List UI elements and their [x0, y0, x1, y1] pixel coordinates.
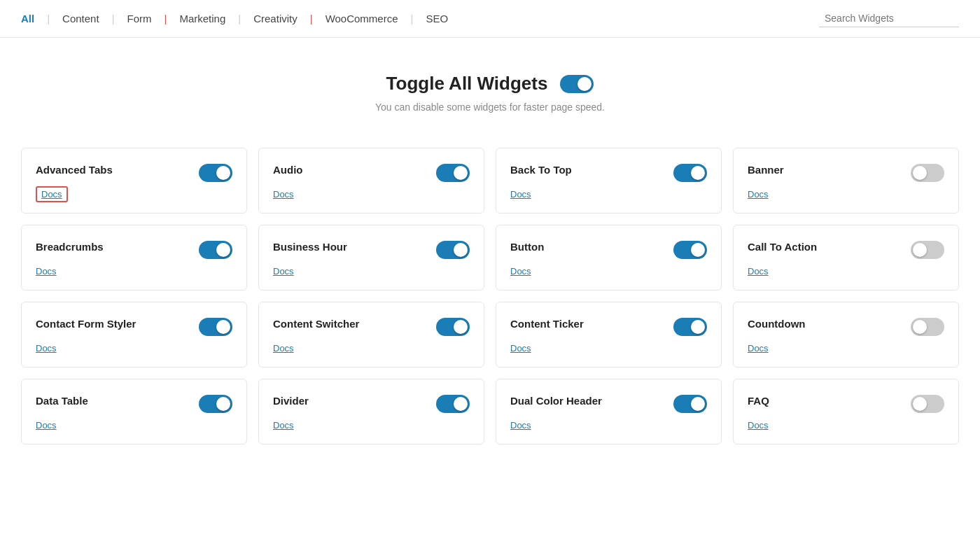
widget-card: Back To Top Docs	[496, 148, 722, 214]
widget-docs-link[interactable]: Docs	[36, 188, 232, 200]
widget-docs-link[interactable]: Docs	[510, 419, 707, 431]
header-title: Toggle All Widgets	[386, 73, 548, 94]
widget-toggle-5[interactable]	[436, 241, 470, 259]
widget-toggle-1[interactable]	[436, 164, 470, 182]
widget-docs-link[interactable]: Docs	[273, 342, 470, 354]
widget-name: FAQ	[748, 395, 769, 407]
widget-docs-link[interactable]: Docs	[510, 265, 707, 277]
widget-name: Advanced Tabs	[36, 164, 113, 176]
widget-toggle-15[interactable]	[911, 395, 944, 413]
widget-card-header: Advanced Tabs	[36, 164, 232, 182]
widget-card-header: Audio	[273, 164, 470, 182]
nav-item-seo[interactable]: SEO	[413, 13, 461, 24]
widget-card: Countdown Docs	[733, 302, 959, 368]
widget-toggle-10[interactable]	[673, 318, 707, 336]
widget-card-header: Divider	[273, 395, 470, 413]
nav-item-form[interactable]: Form	[115, 13, 164, 24]
widget-name: Dual Color Header	[510, 395, 602, 407]
widget-card: Data Table Docs	[21, 379, 247, 444]
widget-docs-link[interactable]: Docs	[748, 419, 944, 431]
widget-card-header: Business Hour	[273, 241, 470, 259]
widget-docs-link[interactable]: Docs	[748, 188, 944, 200]
widget-docs-link[interactable]: Docs	[36, 419, 232, 431]
header-subtitle: You can disable some widgets for faster …	[14, 102, 966, 113]
widget-card-header: FAQ	[748, 395, 944, 413]
widget-card-header: Data Table	[36, 395, 232, 413]
widget-docs-link[interactable]: Docs	[273, 188, 470, 200]
widget-card-header: Content Ticker	[510, 318, 707, 336]
widget-docs-link[interactable]: Docs	[510, 188, 707, 200]
widget-card: Button Docs	[496, 225, 722, 290]
widget-name: Button	[510, 241, 544, 253]
widget-grid: Advanced Tabs Docs Audio Docs Back To To…	[0, 141, 980, 465]
widget-name: Business Hour	[273, 241, 347, 253]
widget-docs-link[interactable]: Docs	[748, 265, 944, 277]
header-section: Toggle All Widgets You can disable some …	[0, 38, 980, 141]
widget-toggle-2[interactable]	[673, 164, 707, 182]
widget-card-header: Countdown	[748, 318, 944, 336]
widget-name: Content Switcher	[273, 318, 359, 330]
widget-card-header: Content Switcher	[273, 318, 470, 336]
nav-item-woocommerce[interactable]: WooCommerce	[313, 13, 411, 24]
widget-card: Banner Docs	[733, 148, 959, 214]
widget-toggle-11[interactable]	[911, 318, 944, 336]
widget-docs-link[interactable]: Docs	[510, 342, 707, 354]
widget-toggle-9[interactable]	[436, 318, 470, 336]
widget-card-header: Call To Action	[748, 241, 944, 259]
widget-card-header: Button	[510, 241, 707, 259]
widget-name: Contact Form Styler	[36, 318, 136, 330]
widget-docs-link[interactable]: Docs	[36, 342, 232, 354]
widget-card: Divider Docs	[258, 379, 484, 444]
toggle-all-widgets[interactable]	[560, 75, 594, 93]
top-nav: All | Content | Form | Marketing | Creat…	[0, 0, 980, 38]
widget-card: Audio Docs	[258, 148, 484, 214]
widget-card: Advanced Tabs Docs	[21, 148, 247, 214]
widget-toggle-3[interactable]	[911, 164, 944, 182]
widget-name: Call To Action	[748, 241, 817, 253]
widget-card-header: Dual Color Header	[510, 395, 707, 413]
widget-card: Contact Form Styler Docs	[21, 302, 247, 368]
widget-card-header: Contact Form Styler	[36, 318, 232, 336]
widget-card: Content Ticker Docs	[496, 302, 722, 368]
widget-name: Back To Top	[510, 164, 572, 176]
search-input[interactable]	[819, 10, 959, 27]
widget-toggle-0[interactable]	[199, 164, 232, 182]
widget-card: Call To Action Docs	[733, 225, 959, 290]
widget-name: Breadcrumbs	[36, 241, 104, 253]
nav-item-creativity[interactable]: Creativity	[241, 13, 310, 24]
widget-card-header: Breadcrumbs	[36, 241, 232, 259]
widget-docs-link[interactable]: Docs	[748, 342, 944, 354]
widget-docs-link[interactable]: Docs	[36, 265, 232, 277]
widget-name: Audio	[273, 164, 303, 176]
widget-toggle-4[interactable]	[199, 241, 232, 259]
nav-item-marketing[interactable]: Marketing	[167, 13, 238, 24]
nav-item-content[interactable]: Content	[50, 13, 112, 24]
widget-name: Data Table	[36, 395, 88, 407]
widget-card: FAQ Docs	[733, 379, 959, 444]
widget-toggle-6[interactable]	[673, 241, 707, 259]
widget-card: Content Switcher Docs	[258, 302, 484, 368]
widget-card: Business Hour Docs	[258, 225, 484, 290]
widget-docs-link[interactable]: Docs	[273, 419, 470, 431]
widget-docs-link[interactable]: Docs	[273, 265, 470, 277]
widget-toggle-13[interactable]	[436, 395, 470, 413]
widget-name: Divider	[273, 395, 309, 407]
widget-name: Content Ticker	[510, 318, 584, 330]
widget-toggle-7[interactable]	[911, 241, 944, 259]
widget-card: Breadcrumbs Docs	[21, 225, 247, 290]
widget-toggle-14[interactable]	[673, 395, 707, 413]
widget-toggle-12[interactable]	[199, 395, 232, 413]
widget-card-header: Banner	[748, 164, 944, 182]
nav-item-all[interactable]: All	[21, 13, 47, 24]
widget-card-header: Back To Top	[510, 164, 707, 182]
widget-card: Dual Color Header Docs	[496, 379, 722, 444]
widget-name: Banner	[748, 164, 784, 176]
widget-toggle-8[interactable]	[199, 318, 232, 336]
widget-name: Countdown	[748, 318, 805, 330]
